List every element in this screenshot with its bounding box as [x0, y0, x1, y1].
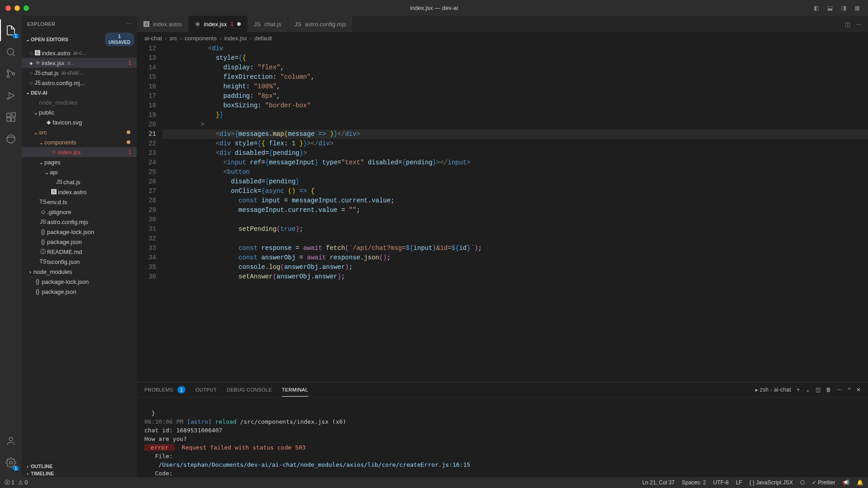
file-icon: JS	[254, 21, 261, 28]
activity-account[interactable]	[0, 430, 22, 452]
tab-error-count: 1	[230, 21, 234, 27]
terminal-output[interactable]: } 08:10:06 PM [astro] reload /src/compon…	[137, 397, 868, 488]
window-title: index.jsx — dev-ai	[410, 5, 458, 11]
status-copilot-icon[interactable]: ⎔	[800, 479, 805, 486]
file-item[interactable]: node_modules	[22, 97, 137, 107]
status-bell-icon[interactable]: 🔔	[857, 479, 863, 486]
file-item[interactable]: {}package-lock.json	[22, 277, 137, 287]
activity-extensions[interactable]	[0, 106, 22, 128]
tree-item-label: env.d.ts	[47, 199, 67, 206]
open-editor-item[interactable]: ○🅰index.astroai-c...	[22, 48, 137, 58]
breadcrumb-segment[interactable]: src	[169, 35, 177, 42]
open-editors-section[interactable]: ⌄ OPEN EDITORS 1 unsaved	[22, 32, 137, 47]
close-window-button[interactable]	[5, 5, 11, 11]
folder-item[interactable]: ⌄components	[22, 137, 137, 147]
panel-tab-problems[interactable]: PROBLEMS 1	[144, 383, 186, 397]
close-tab-icon[interactable]: ○	[29, 70, 33, 77]
close-tab-icon[interactable]: ○	[29, 80, 33, 86]
status-feedback-icon[interactable]: 📢	[843, 479, 849, 486]
file-item[interactable]: JSchat.js	[22, 177, 137, 187]
activity-edge[interactable]	[0, 128, 22, 150]
status-warnings[interactable]: ⚠ 0	[18, 479, 28, 486]
file-item[interactable]: {}package.json	[22, 287, 137, 297]
minimize-window-button[interactable]	[14, 5, 20, 11]
svg-rect-8	[12, 113, 15, 116]
folder-item[interactable]: ›node_modules	[22, 267, 137, 277]
split-terminal-icon[interactable]: ◫	[816, 387, 820, 393]
explorer-more-icon[interactable]: ⋯	[126, 21, 131, 27]
chevron-down-icon: ⌄	[24, 37, 31, 43]
dirty-dot-icon[interactable]: ●	[29, 60, 33, 67]
activity-scm[interactable]	[0, 63, 22, 85]
close-tab-icon[interactable]: ○	[29, 50, 33, 57]
panel-tab-debug-console[interactable]: DEBUG CONSOLE	[227, 383, 272, 396]
maximize-panel-icon[interactable]: ^	[848, 387, 851, 393]
status-errors[interactable]: ⓧ 1	[5, 479, 14, 487]
outline-section[interactable]: › OUTLINE	[22, 463, 137, 470]
file-tree: node_modules⌄public◆favicon.svg⌄src⌄comp…	[22, 96, 137, 463]
maximize-window-button[interactable]	[24, 5, 29, 11]
toggle-secondary-sidebar-icon[interactable]: ◨	[839, 4, 848, 13]
file-item[interactable]: ◇.gitignore	[22, 207, 137, 217]
panel-tab-output[interactable]: OUTPUT	[196, 383, 217, 396]
folder-item[interactable]: ⌄api	[22, 167, 137, 177]
file-item[interactable]: JSastro.config.mjs	[22, 217, 137, 227]
open-editor-item[interactable]: ○JSastro.config.mj...	[22, 78, 137, 88]
terminal-more-icon[interactable]: ⋯	[837, 387, 842, 393]
breadcrumb[interactable]: ai-chat›src›components›index.jsx›default	[137, 32, 868, 44]
file-item[interactable]: ◆favicon.svg	[22, 117, 137, 127]
split-editor-icon[interactable]: ◫	[845, 21, 850, 28]
kill-terminal-icon[interactable]: 🗑	[826, 387, 831, 393]
breadcrumb-segment[interactable]: default	[254, 35, 272, 42]
folder-item[interactable]: ⌄public	[22, 107, 137, 117]
activity-explorer[interactable]: 1	[0, 19, 22, 41]
editor-tab[interactable]: JSchat.js	[248, 16, 288, 32]
new-terminal-icon[interactable]: +	[796, 387, 800, 393]
editor-body[interactable]: 1213141516171819202122232425262728293031…	[137, 44, 868, 382]
open-editor-item[interactable]: ○JSchat.jsai-chat/...	[22, 68, 137, 78]
status-indent[interactable]: Spaces: 2	[682, 479, 706, 486]
file-item[interactable]: TStsconfig.json	[22, 257, 137, 267]
status-prettier[interactable]: Prettier	[812, 479, 835, 486]
status-cursor[interactable]: Ln 21, Col 37	[642, 479, 674, 486]
status-language[interactable]: { } JavaScript JSX	[749, 479, 793, 486]
file-item[interactable]: ⚛index.jsx1	[22, 147, 137, 157]
file-item[interactable]: {}package-lock.json	[22, 227, 137, 237]
editor-more-icon[interactable]: ⋯	[856, 21, 862, 28]
customize-layout-icon[interactable]: ▦	[853, 4, 862, 13]
file-item[interactable]: ⓘREADME.md	[22, 247, 137, 257]
project-section[interactable]: ⌄ DEV-AI	[22, 89, 137, 96]
code-content[interactable]: <div style={{ display: "flex", flexDirec…	[162, 44, 868, 382]
status-encoding[interactable]: UTF-8	[713, 479, 729, 486]
activity-settings[interactable]: 1	[0, 452, 22, 474]
panel-tab-terminal[interactable]: TERMINAL	[282, 383, 308, 397]
breadcrumb-segment[interactable]: components	[185, 35, 217, 42]
breadcrumb-segment[interactable]: index.jsx	[224, 35, 247, 42]
timeline-section[interactable]: › TIMELINE	[22, 470, 137, 477]
tree-item-label: components	[44, 139, 76, 146]
file-item[interactable]: 🅰index.astro	[22, 187, 137, 197]
terminal-selector[interactable]: ▸ zsh - ai-chat	[755, 387, 791, 393]
activity-debug[interactable]	[0, 85, 22, 106]
editor-tab[interactable]: 🅰index.astro	[137, 16, 189, 32]
activity-search[interactable]	[0, 41, 22, 63]
tree-item-label: README.md	[47, 249, 82, 255]
error-count: 1	[128, 149, 133, 155]
file-item[interactable]: {}package.json	[22, 237, 137, 247]
toggle-panel-icon[interactable]: ⬓	[825, 4, 835, 13]
close-panel-icon[interactable]: ✕	[856, 387, 861, 393]
open-editor-item[interactable]: ●⚛index.jsxa...1	[22, 58, 137, 68]
tree-item-label: package.json	[47, 239, 82, 245]
file-icon: JS	[295, 21, 301, 28]
breadcrumb-segment[interactable]: ai-chat	[144, 35, 162, 42]
file-item[interactable]: TSenv.d.ts	[22, 197, 137, 207]
folder-item[interactable]: ⌄src	[22, 127, 137, 137]
editor-tab[interactable]: JSastro.config.mjs	[288, 16, 353, 32]
status-eol[interactable]: LF	[736, 479, 742, 486]
editor-tab[interactable]: ⚛index.jsx1	[189, 16, 248, 32]
explorer-title: EXPLORER	[27, 21, 55, 27]
settings-badge: 1	[13, 466, 19, 471]
toggle-primary-sidebar-icon[interactable]: ◧	[812, 4, 821, 13]
terminal-dropdown-icon[interactable]: ⌄	[806, 387, 810, 393]
folder-item[interactable]: ⌄pages	[22, 157, 137, 167]
